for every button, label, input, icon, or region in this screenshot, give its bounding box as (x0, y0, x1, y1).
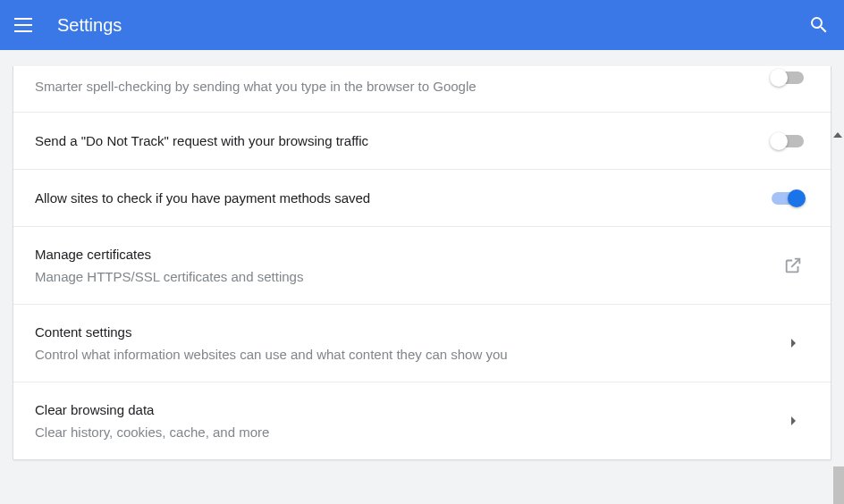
setting-subtitle: Manage HTTPS/SSL certificates and settin… (35, 267, 764, 286)
setting-row-do-not-track[interactable]: Send a "Do Not Track" request with your … (13, 113, 831, 170)
scrollbar-thumb[interactable] (833, 466, 844, 504)
external-link-icon (782, 255, 804, 276)
setting-subtitle: Clear history, cookies, cache, and more (35, 423, 764, 441)
setting-title: Manage certificates (35, 245, 764, 264)
setting-row-content-settings[interactable]: Content settings Control what informatio… (13, 305, 831, 382)
search-icon[interactable] (808, 14, 830, 36)
content-area: Smarter spell-checking by sending what y… (0, 66, 844, 504)
setting-row-manage-certificates[interactable]: Manage certificates Manage HTTPS/SSL cer… (13, 227, 831, 305)
app-header: Settings (0, 0, 844, 50)
setting-title: Clear browsing data (35, 400, 764, 419)
settings-card: Smarter spell-checking by sending what y… (13, 66, 831, 460)
setting-row-clear-browsing-data[interactable]: Clear browsing data Clear history, cooki… (13, 382, 831, 459)
setting-subtitle: Smarter spell-checking by sending what y… (35, 77, 754, 96)
toggle-payment-methods[interactable] (772, 192, 804, 205)
setting-title: Allow sites to check if you have payment… (35, 189, 754, 207)
setting-subtitle: Control what information websites can us… (35, 345, 764, 364)
chevron-right-icon (782, 410, 804, 432)
chevron-right-icon (782, 332, 804, 354)
setting-row-payment-methods[interactable]: Allow sites to check if you have payment… (13, 170, 831, 227)
hamburger-menu-icon[interactable] (14, 14, 36, 36)
setting-row-spellcheck[interactable]: Smarter spell-checking by sending what y… (13, 66, 831, 113)
toggle-do-not-track[interactable] (772, 135, 804, 147)
toggle-spellcheck[interactable] (772, 71, 804, 84)
scrollbar-up-arrow[interactable] (833, 132, 842, 138)
page-title: Settings (57, 15, 808, 36)
setting-title: Content settings (35, 323, 764, 341)
setting-title: Send a "Do Not Track" request with your … (35, 131, 754, 150)
